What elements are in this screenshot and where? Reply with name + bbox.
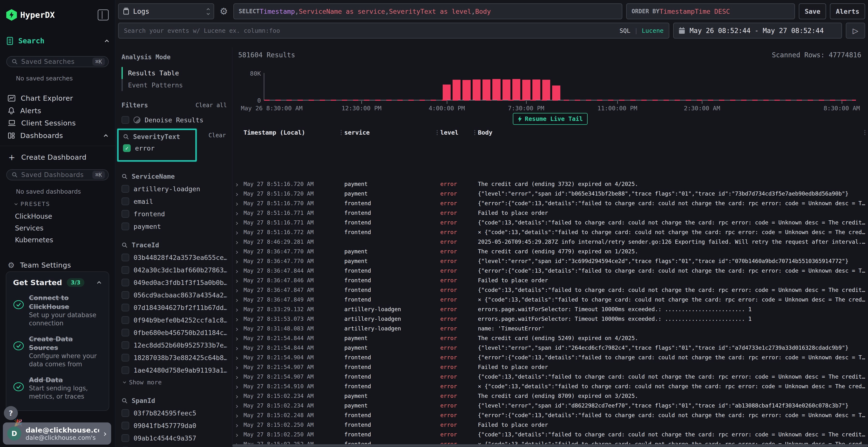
checkbox-unchecked[interactable] (122, 116, 129, 124)
histogram-bar[interactable] (552, 85, 560, 100)
column-level[interactable]: level (440, 129, 472, 136)
table-row[interactable]: May 27 8:31:48.083 AM⋮artillery-loadgen⋮… (232, 324, 868, 333)
horizontal-scrollbar[interactable] (232, 444, 868, 447)
filter-option-1ae42480d758e9ab91193a1-[interactable]: 1ae42480d758e9ab91193a1… (122, 366, 227, 374)
sidebar-item-search[interactable]: Search (7, 37, 108, 45)
sidebar-item-alerts[interactable]: Alerts (5, 105, 110, 117)
order-by-input[interactable]: ORDER BY TimestampTime DESC (626, 3, 795, 19)
column-resize-handle[interactable]: ⋮ (862, 129, 868, 136)
clear-all-filters-link[interactable]: Clear all (195, 102, 227, 109)
table-row[interactable]: May 27 8:15:02.248 AM⋮frontend⋮error⋮{"e… (232, 410, 868, 420)
source-settings-gear-icon[interactable]: ⚙ (218, 3, 229, 19)
show-more-link[interactable]: Show more (123, 379, 227, 386)
histogram-bar[interactable] (492, 79, 500, 100)
event-search-input[interactable]: Search your events w/ Lucene ex. column:… (118, 23, 669, 38)
checkbox-checked[interactable]: ✓ (123, 144, 131, 152)
filter-option-artillery-loadgen[interactable]: artillery-loadgen (122, 185, 227, 193)
get-started-step-add-data[interactable]: Add Data Start sending logs, metrics, or… (13, 376, 102, 401)
expand-row-icon[interactable] (235, 181, 244, 187)
filter-option-12ec8dd52b60b9525733b7e-[interactable]: 12ec8dd52b60b9525733b7e… (122, 341, 227, 349)
histogram-bar[interactable] (513, 79, 520, 100)
expand-row-icon[interactable] (235, 268, 244, 274)
histogram-bar[interactable] (502, 79, 510, 100)
column-resize-handle[interactable]: ⋮ (434, 129, 440, 136)
expand-row-icon[interactable] (235, 287, 244, 293)
filter-option-07d184304627bf2f11b67dd-[interactable]: 07d184304627bf2f11b67dd… (122, 304, 227, 311)
histogram-bar[interactable] (453, 80, 461, 100)
expand-row-icon[interactable] (235, 364, 244, 370)
help-button[interactable]: ? (4, 406, 18, 420)
checkbox-unchecked[interactable] (122, 316, 129, 324)
expand-row-icon[interactable] (235, 200, 244, 206)
table-row[interactable]: May 27 8:15:02.250 AM⋮frontend⋮error⋮Fai… (232, 420, 868, 429)
checkbox-unchecked[interactable] (122, 422, 129, 429)
table-row[interactable]: May 27 8:51:16.772 AM⋮frontend⋮error⋮× {… (232, 227, 868, 237)
table-row[interactable]: May 27 8:51:16.771 AM⋮frontend⋮error⋮{"c… (232, 218, 868, 227)
expand-row-icon[interactable] (235, 403, 244, 409)
chevron-up-icon[interactable] (97, 281, 101, 285)
expand-row-icon[interactable] (235, 412, 244, 418)
expand-row-icon[interactable] (235, 316, 244, 322)
filter-option-03f7b824595feec5[interactable]: 03f7b824595feec5 (122, 409, 227, 417)
filter-option-0f94b9befe0b4252ccfa1c8-[interactable]: 0f94b9befe0b4252ccfa1c8… (122, 316, 227, 324)
filter-option-056cd9acbaac8637a4354a2-[interactable]: 056cd9acbaac8637a4354a2… (122, 291, 227, 299)
table-row[interactable]: May 27 8:21:54.910 AM⋮frontend⋮error⋮× {… (232, 381, 868, 391)
save-button[interactable]: Save (799, 3, 826, 19)
expand-row-icon[interactable] (235, 306, 244, 312)
filter-option-03b44828f42a3573ea655ce-[interactable]: 03b44828f42a3573ea655ce… (122, 253, 227, 261)
filter-option-042a30c3dc1baf660b27863-[interactable]: 042a30c3dc1baf660b27863… (122, 266, 227, 274)
table-row[interactable]: May 27 8:51:16.720 AM⋮payment⋮error⋮The … (232, 179, 868, 189)
sidebar-item-chart-explorer[interactable]: Chart Explorer (5, 92, 110, 105)
table-row[interactable]: May 27 8:21:54.907 AM⋮frontend⋮error⋮{"c… (232, 372, 868, 381)
histogram-bar[interactable] (472, 79, 480, 100)
checkbox-unchecked[interactable] (122, 354, 129, 362)
checkbox-unchecked[interactable] (122, 291, 129, 299)
table-row[interactable]: May 27 8:51:16.720 AM⋮payment⋮error⋮{"le… (232, 189, 868, 199)
presets-toggle[interactable]: PRESETS (15, 201, 110, 207)
expand-row-icon[interactable] (235, 239, 244, 245)
filter-option-09ab1c4544c9a357[interactable]: 09ab1c4544c9a357 (122, 434, 227, 442)
table-row[interactable]: May 27 8:31:53.073 AM⋮artillery-loadgen⋮… (232, 314, 868, 324)
filter-option-frontend[interactable]: frontend (122, 210, 227, 218)
histogram-bar[interactable] (483, 79, 490, 100)
filter-option-payment[interactable]: payment (122, 222, 227, 230)
saved-dashboards-input[interactable]: Saved Dashboards ⌘K (6, 169, 109, 180)
table-row[interactable]: May 27 8:15:02.252 AM⋮frontend⋮error⋮× {… (232, 439, 868, 444)
table-row[interactable]: May 27 8:21:54.844 AM⋮payment⋮error⋮{"le… (232, 343, 868, 353)
collapse-sidebar-icon[interactable] (98, 9, 109, 21)
mode-lucene-toggle[interactable]: Lucene (642, 27, 663, 34)
checkbox-unchecked[interactable] (122, 185, 129, 193)
checkbox-unchecked[interactable] (122, 253, 129, 261)
preset-services[interactable]: Services (5, 222, 110, 234)
column-resize-handle[interactable]: ⋮ (472, 129, 478, 136)
sidebar-item-client-sessions[interactable]: Client Sessions (5, 117, 110, 130)
expand-row-icon[interactable] (235, 325, 244, 332)
filter-option-049ed0ac3fdb1f3f15a0b0b-[interactable]: 049ed0ac3fdb1f3f15a0b0b… (122, 279, 227, 286)
preset-kubernetes[interactable]: Kubernetes (5, 234, 110, 246)
time-range-picker[interactable]: May 26 08:52:44 - May 27 08:52:44 (673, 23, 842, 38)
table-row[interactable]: May 27 8:36:47.770 AM⋮payment⋮error⋮The … (232, 247, 868, 256)
expand-row-icon[interactable] (235, 191, 244, 197)
filter-option-email[interactable]: email (122, 198, 227, 205)
checkbox-unchecked[interactable] (122, 409, 129, 417)
clear-filter-link[interactable]: Clear (209, 132, 226, 139)
table-row[interactable]: May 27 8:46:29.281 AM⋮⋮error⋮2025-05-26T… (232, 237, 868, 247)
checkbox-unchecked[interactable] (122, 198, 129, 205)
saved-searches-input[interactable]: Saved Searches ⌘K (6, 56, 109, 67)
table-row[interactable]: May 27 8:21:54.904 AM⋮frontend⋮error⋮{"e… (232, 353, 868, 362)
sidebar-item-dashboards[interactable]: Dashboards (5, 129, 110, 142)
expand-row-icon[interactable] (235, 383, 244, 389)
table-row[interactable]: May 27 8:21:54.907 AM⋮frontend⋮error⋮Fai… (232, 362, 868, 372)
analysis-mode-results-table[interactable]: Results Table (122, 67, 227, 79)
expand-row-icon[interactable] (235, 258, 244, 264)
source-select[interactable]: Logs (118, 3, 214, 19)
histogram-bar[interactable] (532, 79, 540, 100)
table-row[interactable]: May 27 8:15:02.234 AM⋮payment⋮error⋮The … (232, 391, 868, 401)
table-row[interactable]: May 27 8:36:47.770 AM⋮payment⋮error⋮{"le… (232, 256, 868, 266)
table-row[interactable]: May 27 8:33:29.132 AM⋮artillery-loadgen⋮… (232, 304, 868, 314)
alerts-button[interactable]: Alerts (830, 3, 865, 19)
expand-row-icon[interactable] (235, 374, 244, 380)
table-row[interactable]: May 27 8:36:47.844 AM⋮frontend⋮error⋮{"e… (232, 266, 868, 276)
preset-clickhouse[interactable]: ClickHouse (5, 210, 110, 222)
sidebar-item-team-settings[interactable]: ⚙ Team Settings (5, 259, 110, 271)
